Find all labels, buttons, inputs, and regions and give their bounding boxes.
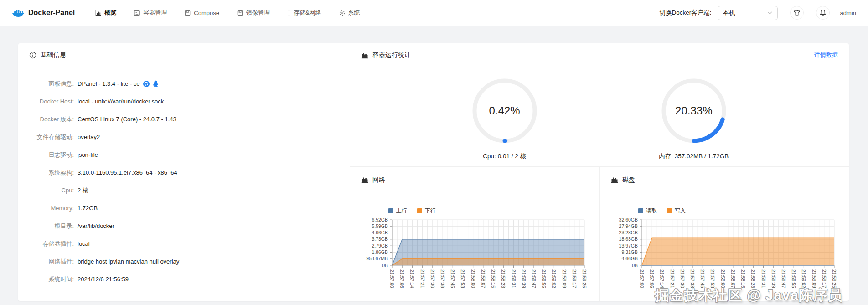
brand-name: Docker-Panel (28, 9, 75, 17)
basic-info-list: 面板信息:DPanel - 1.3.4 - lite - ceDocker Ho… (18, 67, 350, 288)
bar-chart-icon (361, 52, 368, 59)
nav-item-overview[interactable]: 概览 (95, 9, 116, 17)
info-row-label: 系统时间: (18, 275, 74, 284)
svg-text:13.97GB: 13.97GB (619, 243, 638, 248)
info-row-label: Memory: (18, 205, 74, 212)
nav-item-containers[interactable]: 容器管理 (134, 9, 167, 17)
svg-text:4.66GB: 4.66GB (621, 256, 638, 261)
basic-info-panel: 基础信息 面板信息:DPanel - 1.3.4 - lite - ceDock… (18, 43, 350, 301)
svg-text:21:58:39: 21:58:39 (521, 269, 527, 288)
info-row-value: /var/lib/docker (78, 222, 114, 229)
info-row: Cpu:2 核 (18, 181, 350, 199)
legend-item[interactable]: 读取 (638, 207, 657, 215)
svg-text:21:57:45: 21:57:45 (700, 269, 705, 288)
info-row: Memory:1.72GB (18, 199, 350, 217)
svg-text:21:59:09: 21:59:09 (562, 269, 567, 288)
legend-item[interactable]: 上行 (388, 207, 407, 215)
info-row-value: DPanel - 1.3.4 - lite - ce (78, 80, 159, 88)
svg-text:21:58:31: 21:58:31 (511, 269, 517, 288)
svg-text:21:58:39: 21:58:39 (771, 269, 776, 288)
network-header: 网络 (350, 167, 599, 193)
svg-text:21:57:38: 21:57:38 (440, 269, 445, 288)
nav-item-label: 系统 (348, 9, 360, 17)
nav-item-images[interactable]: 镜像管理 (237, 9, 270, 17)
svg-text:21:57:06: 21:57:06 (399, 269, 405, 288)
nav-divider (810, 10, 810, 16)
network-legend: 上行下行 (388, 207, 591, 214)
svg-text:2.79GB: 2.79GB (372, 243, 388, 248)
nav-item-label: 存储&网络 (294, 9, 321, 17)
user-menu[interactable]: admin (840, 10, 856, 16)
detail-data-link[interactable]: 详情数据 (814, 51, 838, 59)
info-row-value: json-file (78, 151, 98, 158)
svg-text:21:58:07: 21:58:07 (730, 269, 736, 288)
theme-skin-button[interactable] (790, 6, 804, 20)
legend-item[interactable]: 写入 (667, 207, 686, 215)
container-stats-header: 容器运行统计 详情数据 (350, 43, 849, 67)
svg-text:21:57:21: 21:57:21 (670, 269, 675, 288)
svg-text:18.63GB: 18.63GB (619, 236, 638, 242)
info-row: 存储卷插件:local (18, 235, 350, 253)
svg-text:32.60GB: 32.60GB (619, 217, 638, 222)
bar-chart-icon (361, 176, 368, 183)
info-row-value: overlay2 (78, 134, 100, 140)
svg-text:5.59GB: 5.59GB (372, 223, 388, 229)
svg-text:21:59:25: 21:59:25 (582, 269, 587, 288)
info-row-value: bridge host ipvlan macvlan null overlay (78, 258, 179, 265)
info-row: 根目录:/var/lib/docker (18, 217, 350, 235)
svg-text:21:58:23: 21:58:23 (750, 269, 756, 288)
compose-icon (184, 10, 191, 16)
dashboard-card: 基础信息 面板信息:DPanel - 1.3.4 - lite - ceDock… (18, 43, 849, 301)
stats-column: 容器运行统计 详情数据 0.42% Cpu: 0.01 / 2 核 20.33%… (350, 43, 849, 301)
legend-item[interactable]: 下行 (417, 207, 436, 215)
svg-text:21:58:23: 21:58:23 (501, 269, 506, 288)
info-row: 日志驱动:json-file (18, 146, 350, 164)
bell-icon (819, 9, 827, 16)
nav-item-label: 容器管理 (143, 9, 167, 17)
docker-client-select[interactable]: 本机 (718, 6, 778, 20)
svg-text:21:57:30: 21:57:30 (430, 269, 435, 288)
info-row-value: local - unix:///var/run/docker.sock (78, 98, 164, 105)
svg-text:21:57:53: 21:57:53 (460, 269, 465, 288)
nav-item-storage-network[interactable]: 存储&网络 (287, 9, 321, 17)
svg-text:21:59:25: 21:59:25 (832, 269, 837, 288)
svg-text:21:57:30: 21:57:30 (680, 269, 685, 288)
network-chart-body: 上行下行 6.52GB5.59GB4.66GB3.73GB2.79GB1.86G… (350, 193, 599, 305)
notifications-button[interactable] (816, 6, 830, 20)
brand[interactable]: Docker-Panel (12, 8, 75, 17)
basic-info-header: 基础信息 (18, 43, 350, 67)
svg-text:21:58:55: 21:58:55 (541, 269, 547, 288)
docker-whale-icon (12, 8, 24, 17)
info-row-label: 根目录: (18, 222, 74, 230)
chevron-down-icon (767, 11, 772, 15)
gear-icon (339, 10, 346, 16)
nav-right-cluster: 切换Docker客户端: 本机 admin (660, 6, 856, 20)
cpu-gauge-block: 0.42% Cpu: 0.01 / 2 核 (470, 67, 539, 160)
info-row-label: 日志驱动: (18, 151, 74, 159)
info-row-value: 2024/12/6 21:56:59 (78, 276, 129, 283)
svg-text:21:57:14: 21:57:14 (659, 269, 665, 288)
nav-item-compose[interactable]: Compose (184, 10, 219, 16)
nav-item-system[interactable]: 系统 (339, 9, 360, 17)
info-row-value: local (78, 240, 90, 247)
github-icon[interactable] (143, 80, 150, 88)
svg-text:3.73GB: 3.73GB (372, 236, 388, 242)
svg-text:21:58:15: 21:58:15 (491, 269, 496, 288)
svg-text:21:57:00: 21:57:00 (389, 269, 395, 288)
basic-info-title: 基础信息 (41, 51, 66, 59)
cpu-gauge-value: 0.42% (470, 77, 539, 145)
disk-chart-body: 读取写入 32.60GB27.94GB23.28GB18.63GB13.97GB… (600, 193, 849, 305)
svg-text:21:57:45: 21:57:45 (450, 269, 455, 288)
client-selected-value: 本机 (723, 9, 735, 17)
svg-text:21:58:47: 21:58:47 (781, 269, 786, 288)
nav-item-label: Compose (194, 10, 219, 16)
svg-text:21:59:02: 21:59:02 (801, 269, 806, 288)
memory-gauge-value: 20.33% (660, 77, 728, 145)
svg-text:21:58:47: 21:58:47 (531, 269, 537, 288)
svg-text:21:57:14: 21:57:14 (409, 269, 415, 288)
disk-header: 磁盘 (600, 167, 849, 193)
info-row-value: 3.10.0-1160.95.1.el7.x86_64 - x86_64 (78, 169, 177, 176)
svg-text:21:57:21: 21:57:21 (420, 269, 425, 288)
info-row-value: 1.72GB (78, 205, 98, 212)
qq-icon[interactable] (153, 80, 159, 88)
